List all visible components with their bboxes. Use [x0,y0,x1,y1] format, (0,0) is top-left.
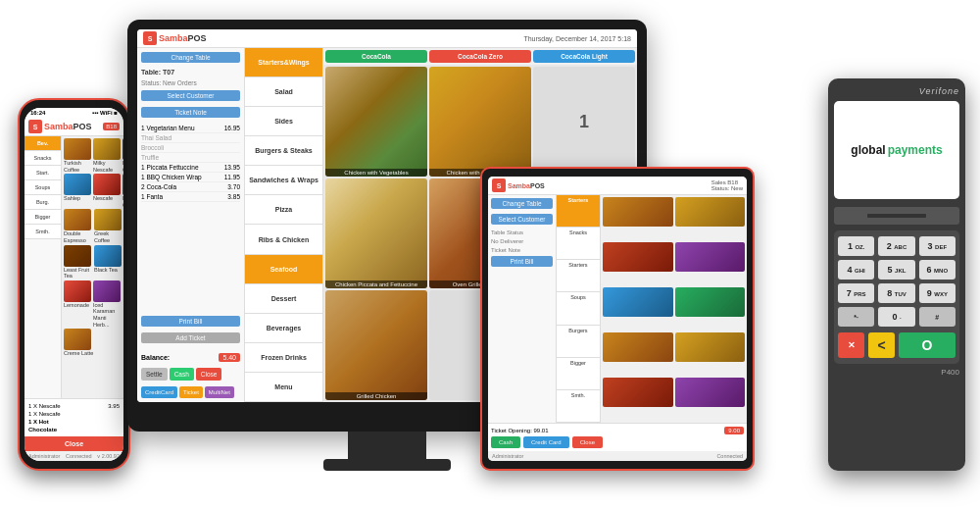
key-9[interactable]: 9 WXY [919,283,956,303]
tablet-item-10[interactable] [675,378,746,407]
monitor-cat-seafood[interactable]: Seafood [245,255,322,284]
monitor-header: S SambaPOS Thursday, December 14, 2017 5… [137,29,637,48]
monitor-close-btn[interactable]: Close [196,368,222,381]
monitor-cat-menu[interactable]: Menu [245,373,322,402]
phone-cat-soups[interactable]: Soups [24,180,61,195]
monitor-settle-btn[interactable]: Settle [141,368,168,381]
phone-thumb-6[interactable] [122,174,123,195]
phone-cat-bigger[interactable]: Bigger [24,210,61,225]
monitor-cat-ribs[interactable]: Ribs & Chicken [245,225,322,254]
phone-thumb-4[interactable] [64,174,91,195]
phone-thumb-10[interactable] [94,245,122,267]
tablet-item-6[interactable] [675,287,746,317]
monitor-print-bill-btn[interactable]: Print Bill [141,316,240,327]
monitor-cat-sides[interactable]: Sides [245,107,322,136]
tablet-balance-label: Ticket Opening: 99.01 [491,428,548,433]
tablet-cat-4[interactable]: Soups [557,292,600,325]
phone-footer-version: v 2.00.92 [97,453,120,459]
key-hash[interactable]: # [919,307,956,327]
tablet-cc-btn[interactable]: Credit Card [523,436,569,448]
phone-cat-burgers[interactable]: Burg. [24,195,61,210]
key-cancel[interactable]: ✕ [838,332,864,358]
key-5[interactable]: 5 JKL [878,260,914,280]
key-enter[interactable]: O [899,332,956,358]
tablet-ticket-note: Ticket Note [491,247,553,253]
tablet-categories: Starters Snacks Starters Soups Burgers B… [557,195,601,423]
key-7[interactable]: 7 PRS [838,283,874,303]
phone-cat-smoothies[interactable]: Smth. [24,225,61,239]
tablet-cat-5[interactable]: Burgers [557,326,600,358]
phone-thumb-7[interactable] [64,209,91,230]
monitor-cocacola-light-btn[interactable]: CocaCola Light [533,50,635,63]
monitor-change-table-btn[interactable]: Change Table [141,52,240,63]
monitor-cat-starters[interactable]: Starters&Wings [245,48,322,77]
phone-thumb-3[interactable] [122,138,123,160]
monitor-cat-burgers[interactable]: Burgers & Steaks [245,136,322,166]
monitor-select-customer-btn[interactable]: Select Customer [141,90,240,101]
monitor-food-3[interactable]: Chicken Piccata and Fettuccine [325,178,427,288]
monitor-cat-dessert[interactable]: Dessert [245,284,322,314]
key-1[interactable]: 1 OZ. [838,236,874,256]
monitor-table-id: Table: T07 [141,69,240,76]
phone-cat-starters[interactable]: Start. [24,166,61,180]
phone-thumb-2[interactable] [93,138,121,160]
monitor-cash-btn[interactable]: Cash [170,368,194,381]
monitor-ticket-btn[interactable]: Ticket [179,386,203,398]
key-3[interactable]: 3 DEF [919,236,956,256]
tablet-item-3[interactable] [603,242,673,272]
key-4[interactable]: 4 GHI [838,260,874,280]
tablet-item-2[interactable] [675,197,746,227]
monitor-cat-pizza[interactable]: Pizza [245,195,322,225]
tablet-cat-6[interactable]: Bigger [557,358,600,390]
terminal-model-label: P400 [834,368,959,377]
monitor-add-ticket-btn[interactable]: Add Ticket [141,332,240,343]
monitor-item-7: 2 Coca-Cola3.70 [141,182,240,192]
tablet-print-bill-btn[interactable]: Print Bill [491,256,553,267]
tablet-select-customer-btn[interactable]: Select Customer [491,214,553,225]
monitor-cat-beverages[interactable]: Beverages [245,314,322,343]
monitor-cocacola-zero-btn[interactable]: CocaCola Zero [429,50,531,63]
key-2[interactable]: 2 ABC [878,236,914,256]
phone-thumb-12[interactable] [93,280,121,302]
tablet-change-table-btn[interactable]: Change Table [491,198,553,209]
tablet-item-7[interactable] [603,332,673,362]
tablet-cat-1[interactable]: Starters [557,195,600,228]
monitor-cat-sandwiches[interactable]: Sandwiches & Wraps [245,166,322,195]
phone-thumb-1[interactable] [64,138,91,160]
monitor-food-5[interactable]: Grilled Chicken [325,290,427,400]
phone-cat-beverages[interactable]: Bev. [24,136,61,151]
monitor-food-1[interactable]: Chicken with Vegetables [325,67,427,177]
monitor-cat-salad[interactable]: Salad [245,77,322,107]
phone-thumb-11[interactable] [64,280,91,302]
tablet-item-9[interactable] [603,378,673,407]
tablet-cat-7[interactable]: Smth. [557,390,600,423]
phone-thumb-5[interactable] [93,174,121,195]
phone-close-button[interactable]: Close [24,436,123,451]
monitor-ticket-note-btn[interactable]: Ticket Note [141,107,240,118]
tablet-close-btn[interactable]: Close [572,436,603,448]
key-8[interactable]: 8 TUV [878,283,914,303]
key-6[interactable]: 6 MNO [919,260,956,280]
monitor-food-2[interactable]: Chicken with Curry Sauce [429,67,531,177]
monitor-cat-frozen[interactable]: Frozen Drinks [245,343,322,373]
phone-thumb-13[interactable] [64,329,91,350]
monitor-multi-btn[interactable]: MultiNet [205,386,234,398]
phone-content: Bev. Snacks Start. Soups Burg. Bigger Sm… [24,136,123,398]
phone-cat-snacks[interactable]: Snacks [24,151,61,166]
phone-thumb-8[interactable] [94,209,122,230]
key-back[interactable]: < [868,332,895,358]
monitor-cc-btn[interactable]: CreditCard [141,386,177,398]
phone-thumb-9[interactable] [64,245,91,267]
tablet-item-1[interactable] [603,197,673,227]
tablet-item-5[interactable] [603,287,673,317]
monitor-food-num1[interactable]: 1 [533,67,635,177]
tablet-item-4[interactable] [675,242,746,272]
tablet-cat-3[interactable]: Starters [557,260,600,292]
monitor-cocacola-btn[interactable]: CocaCola [325,50,427,63]
tablet-cat-2[interactable]: Snacks [557,228,600,260]
tablet-cash-btn[interactable]: Cash [491,436,520,448]
tablet-item-8[interactable] [675,332,746,362]
tablet-logo-icon: S [492,178,506,192]
key-0[interactable]: 0 · [878,307,914,327]
key-star[interactable]: *· [838,307,874,327]
